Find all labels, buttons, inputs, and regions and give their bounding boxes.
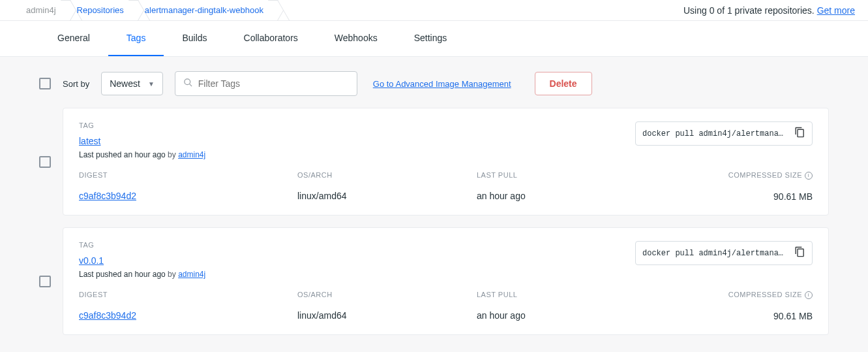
tag-card: TAG v0.0.1 Last pushed an hour ago by ad… — [63, 227, 829, 335]
last-pull-label: LAST PULL — [477, 171, 702, 179]
pushed-time: an hour ago — [124, 150, 166, 159]
crumb-repo[interactable]: alertmanager-dingtalk-webhook — [138, 0, 278, 20]
controls-bar: Sort by Newest ▼ Go to Advanced Image Ma… — [0, 57, 868, 96]
crumb-owner[interactable]: admin4j — [13, 0, 70, 20]
select-all-checkbox[interactable] — [39, 78, 51, 89]
chevron-down-icon: ▼ — [148, 80, 155, 88]
push-info: Last pushed an hour ago by admin4j — [79, 150, 635, 159]
digest-link[interactable]: c9af8c3b94d2 — [79, 191, 297, 201]
tag-label: TAG — [79, 241, 635, 249]
tab-builds[interactable]: Builds — [164, 21, 225, 56]
pull-command-text: docker pull admin4j/alertmanager… — [642, 249, 786, 258]
copy-icon[interactable] — [794, 127, 805, 140]
tab-collaborators[interactable]: Collaborators — [226, 21, 316, 56]
tag-row: TAG v0.0.1 Last pushed an hour ago by ad… — [39, 227, 829, 335]
tag-card: TAG latest Last pushed an hour ago by ad… — [63, 108, 829, 216]
os-label: OS/ARCH — [297, 291, 477, 298]
pushed-prefix: Last pushed — [79, 270, 124, 279]
get-more-link[interactable]: Get more — [817, 5, 855, 16]
size-label: COMPRESSED SIZEi — [728, 171, 813, 180]
advanced-image-mgmt-link[interactable]: Go to Advanced Image Management — [373, 79, 511, 89]
tag-label: TAG — [79, 121, 635, 129]
os-label: OS/ARCH — [297, 171, 477, 179]
crumb-repositories[interactable]: Repositories — [70, 0, 138, 20]
filter-input-wrap[interactable] — [175, 71, 357, 96]
sort-select[interactable]: Newest ▼ — [101, 72, 163, 95]
size-label: COMPRESSED SIZEi — [728, 291, 813, 299]
tab-tags[interactable]: Tags — [108, 21, 164, 56]
tag-columns: DIGEST c9af8c3b94d2 OS/ARCH linux/amd64 … — [79, 291, 813, 321]
push-info: Last pushed an hour ago by admin4j — [79, 270, 635, 279]
os-value: linux/amd64 — [297, 191, 477, 201]
digest-label: DIGEST — [79, 171, 297, 179]
svg-line-1 — [189, 84, 192, 86]
by-text: by — [166, 150, 178, 159]
tabs: General Tags Builds Collaborators Webhoo… — [0, 21, 868, 57]
breadcrumb: admin4j Repositories alertmanager-dingta… — [13, 0, 278, 20]
pushed-prefix: Last pushed — [79, 150, 124, 159]
pull-command-box[interactable]: docker pull admin4j/alertmanager… — [635, 241, 813, 265]
tag-name-link[interactable]: v0.0.1 — [79, 255, 104, 266]
tag-name-link[interactable]: latest — [79, 136, 100, 146]
size-value: 90.61 MB — [773, 191, 813, 202]
tab-webhooks[interactable]: Webhooks — [316, 21, 396, 56]
tag-columns: DIGEST c9af8c3b94d2 OS/ARCH linux/amd64 … — [79, 171, 813, 202]
sort-label: Sort by — [63, 79, 89, 89]
digest-label: DIGEST — [79, 291, 297, 298]
pull-command-box[interactable]: docker pull admin4j/alertmanager… — [635, 121, 813, 146]
usage-count: Using 0 of 1 private repositories. — [683, 5, 815, 16]
author-link[interactable]: admin4j — [178, 270, 205, 279]
author-link[interactable]: admin4j — [178, 150, 205, 159]
os-value: linux/amd64 — [297, 310, 477, 321]
pull-command-text: docker pull admin4j/alertmanager… — [642, 129, 786, 138]
digest-link[interactable]: c9af8c3b94d2 — [79, 310, 297, 321]
tag-list: TAG latest Last pushed an hour ago by ad… — [0, 96, 868, 352]
header-bar: admin4j Repositories alertmanager-dingta… — [0, 0, 868, 21]
last-pull-value: an hour ago — [477, 310, 702, 321]
tag-checkbox[interactable] — [39, 156, 51, 168]
tab-settings[interactable]: Settings — [396, 21, 466, 56]
last-pull-value: an hour ago — [477, 191, 702, 201]
info-icon[interactable]: i — [805, 291, 813, 299]
search-icon — [183, 78, 193, 89]
sort-value: Newest — [110, 78, 140, 89]
copy-icon[interactable] — [794, 246, 805, 260]
filter-input[interactable] — [198, 78, 349, 89]
usage-text: Using 0 of 1 private repositories. Get m… — [683, 5, 855, 16]
by-text: by — [166, 270, 178, 279]
delete-button[interactable]: Delete — [535, 72, 592, 95]
tag-checkbox[interactable] — [39, 276, 51, 287]
svg-point-0 — [185, 79, 190, 85]
last-pull-label: LAST PULL — [477, 291, 702, 298]
size-value: 90.61 MB — [773, 311, 813, 321]
info-icon[interactable]: i — [805, 172, 813, 180]
tab-general[interactable]: General — [39, 21, 108, 56]
tag-row: TAG latest Last pushed an hour ago by ad… — [39, 108, 829, 216]
pushed-time: an hour ago — [124, 270, 166, 279]
